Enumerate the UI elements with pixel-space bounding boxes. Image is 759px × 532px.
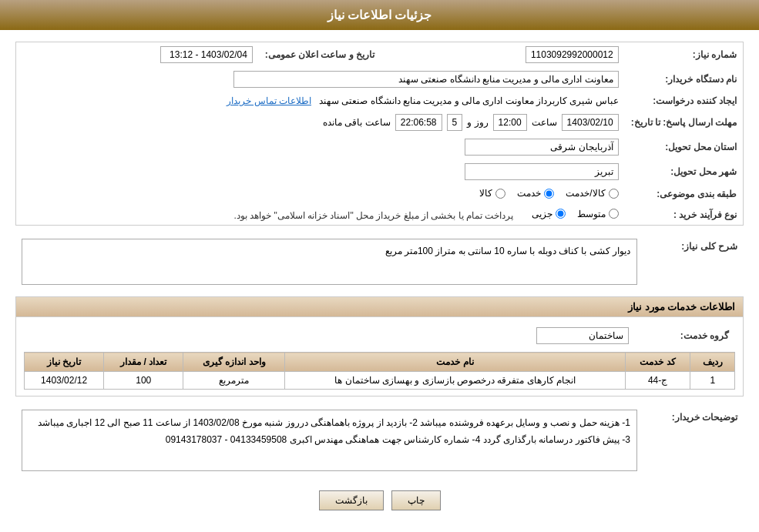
sharh-value-cell: دیوار کشی با کناف دوبله با ساره 10 سانتی…	[15, 235, 643, 289]
tozihat-table: توضیحات خریدار: 1- هزینه حمل و نصب و وسا…	[15, 406, 744, 475]
row-sharh: شرح کلی نیاز: دیوار کشی با کناف دوبله با…	[15, 235, 744, 289]
radio-motovaset[interactable]	[609, 209, 619, 219]
cell-vahed: مترمربع	[183, 372, 285, 390]
button-area: چاپ بازگشت	[15, 483, 744, 518]
content-area: شماره نیاز: 1103092992000012 تاریخ و ساع…	[0, 30, 759, 530]
ostan-value-cell: آذربایجان شرقی	[16, 135, 625, 159]
farayand-radio-group: متوسط جزیی	[532, 209, 619, 219]
shahr-value: تبریز	[465, 163, 619, 180]
sharh-label: شرح کلی نیاز:	[643, 235, 744, 289]
services-section: اطلاعات خدمات مورد نیاز گروه خدمت: ساختم…	[15, 296, 744, 396]
radio-kala-item: کالا	[479, 188, 505, 199]
th-name: نام خدمت	[285, 353, 625, 372]
row-tabaqe: طبقه بندی موضوعی: کالا/خدمت خدمت	[16, 184, 743, 205]
shahr-value-cell: تبریز	[16, 159, 625, 184]
saat-mande-value: 22:06:58	[395, 114, 442, 131]
ijad-label: ایجاد کننده درخواست:	[625, 92, 743, 110]
page-container: جزئیات اطلاعات نیاز شماره نیاز: 11030929…	[0, 0, 759, 532]
main-info-section: شماره نیاز: 1103092992000012 تاریخ و ساع…	[15, 42, 744, 226]
ijad-value: عباس شیری کاربرداز معاونت اداری مالی و م…	[319, 95, 619, 106]
table-header-row: ردیف کد خدمت نام خدمت واحد اندازه گیری ت…	[25, 353, 735, 372]
roz-label: روز و	[467, 117, 488, 128]
ijad-link[interactable]: اطلاعات تماس خریدار	[227, 95, 311, 106]
grooh-label: گروه خدمت:	[635, 323, 735, 348]
radio-kala-khadamat[interactable]	[609, 189, 619, 199]
th-kod: کد خدمت	[625, 353, 690, 372]
sharh-value: دیوار کشی با کناف دوبله با ساره 10 سانتی…	[22, 239, 637, 285]
shomara-label: شماره نیاز:	[625, 42, 743, 67]
services-inner: گروه خدمت: ساختمان ردیف کد خدمت نام خدمت…	[16, 317, 743, 396]
bazgasht-button[interactable]: بازگشت	[319, 490, 384, 510]
table-row: 1 ج-44 انجام کارهای متفرقه درخصوص بازساز…	[25, 372, 735, 390]
date-value: 1403/02/10	[562, 114, 619, 131]
shomara-value-cell: 1103092992000012	[381, 42, 625, 67]
radio-khadamat[interactable]	[544, 189, 554, 199]
row-ijad: ایجاد کننده درخواست: عباس شیری کاربرداز …	[16, 92, 743, 110]
nov-farayand-label: نوع فرآیند خرید :	[625, 205, 743, 226]
table-head: ردیف کد خدمت نام خدمت واحد اندازه گیری ت…	[25, 353, 735, 372]
row-nov-farayand: نوع فرآیند خرید : متوسط جزیی	[16, 205, 743, 226]
cell-tarikh: 1403/02/12	[25, 372, 104, 390]
radio-jozi-item: جزیی	[532, 209, 566, 219]
tarikh-label: تاریخ و ساعت اعلان عمومی:	[259, 42, 381, 67]
row-name-dastgah: نام دستگاه خریدار: معاونت اداری مالی و م…	[16, 67, 743, 92]
row-mohlat: مهلت ارسال پاسخ: تا تاریخ: 1403/02/10 سا…	[16, 110, 743, 135]
roz-value: 5	[447, 114, 463, 131]
radio-khadamat-label: خدمت	[517, 188, 541, 199]
cell-radif: 1	[690, 372, 735, 390]
th-tarikh: تاریخ نیاز	[25, 353, 104, 372]
services-header: اطلاعات خدمات مورد نیاز	[16, 297, 743, 317]
th-vahed: واحد اندازه گیری	[183, 353, 285, 372]
farayand-note: پرداخت تمام یا بخشی از مبلغ خریداز محل "…	[233, 210, 513, 221]
name-dastgah-value: معاونت اداری مالی و مدیریت منابع دانشگاه…	[233, 71, 619, 88]
row-shahr: شهر محل تحویل: تبریز	[16, 159, 743, 184]
tabaqe-radio-group: کالا/خدمت خدمت کالا	[479, 188, 618, 199]
saat-mande-label: ساعت باقی مانده	[323, 117, 391, 128]
cell-tedad: 100	[104, 372, 183, 390]
ijad-value-cell: عباس شیری کاربرداز معاونت اداری مالی و م…	[16, 92, 625, 110]
sharh-table: شرح کلی نیاز: دیوار کشی با کناف دوبله با…	[15, 235, 744, 289]
grooh-value-cell: ساختمان	[24, 323, 635, 348]
radio-motovaset-label: متوسط	[577, 209, 606, 219]
ostan-label: استان محل تحویل:	[625, 135, 743, 159]
tozihat-value-cell: 1- هزینه حمل و نصب و وسایل برعهده فروشند…	[15, 406, 643, 475]
saat-label: ساعت	[532, 117, 557, 128]
tozihat-label: توضیحات خریدار:	[643, 406, 744, 475]
radio-kala[interactable]	[495, 189, 505, 199]
services-data-table: ردیف کد خدمت نام خدمت واحد اندازه گیری ت…	[24, 352, 735, 390]
name-dastgah-label: نام دستگاه خریدار:	[625, 67, 743, 92]
ostan-value: آذربایجان شرقی	[465, 139, 619, 156]
radio-kala-label: کالا	[479, 188, 492, 199]
row-ostan: استان محل تحویل: آذربایجان شرقی	[16, 135, 743, 159]
mohlat-label: مهلت ارسال پاسخ: تا تاریخ:	[625, 110, 743, 135]
grooh-table: گروه خدمت: ساختمان	[24, 323, 735, 348]
info-table: شماره نیاز: 1103092992000012 تاریخ و ساع…	[16, 42, 743, 225]
nov-farayand-cell: متوسط جزیی پرداخت تمام یا بخشی از مبلغ خ…	[16, 205, 625, 226]
mohlat-row: 1403/02/10 ساعت 12:00 روز و 5 22:06:58 س…	[22, 114, 619, 131]
shomara-value: 1103092992000012	[526, 46, 619, 63]
tabaqe-radio-cell: کالا/خدمت خدمت کالا	[16, 184, 625, 205]
radio-jozi[interactable]	[556, 209, 566, 219]
row-shomara: شماره نیاز: 1103092992000012 تاریخ و ساع…	[16, 42, 743, 67]
chap-button[interactable]: چاپ	[391, 490, 441, 510]
page-header: جزئیات اطلاعات نیاز	[0, 0, 759, 30]
tozihat-value: 1- هزینه حمل و نصب و وسایل برعهده فروشند…	[22, 410, 637, 471]
th-tedad: تعداد / مقدار	[104, 353, 183, 372]
mohlat-value-cell: 1403/02/10 ساعت 12:00 روز و 5 22:06:58 س…	[16, 110, 625, 135]
name-dastgah-value-cell: معاونت اداری مالی و مدیریت منابع دانشگاه…	[16, 67, 625, 92]
radio-motovaset-item: متوسط	[577, 209, 619, 219]
radio-jozi-label: جزیی	[532, 209, 552, 219]
grooh-value: ساختمان	[536, 327, 629, 344]
time-value: 12:00	[493, 114, 527, 131]
row-grooh: گروه خدمت: ساختمان	[24, 323, 735, 348]
page-title: جزئیات اطلاعات نیاز	[327, 8, 432, 22]
shahr-label: شهر محل تحویل:	[625, 159, 743, 184]
table-body: 1 ج-44 انجام کارهای متفرقه درخصوص بازساز…	[25, 372, 735, 390]
tabaqe-label: طبقه بندی موضوعی:	[625, 184, 743, 205]
th-radif: ردیف	[690, 353, 735, 372]
row-tozihat: توضیحات خریدار: 1- هزینه حمل و نصب و وسا…	[15, 406, 744, 475]
cell-kod: ج-44	[625, 372, 690, 390]
tarikh-ilan-value: 1403/02/04 - 13:12	[160, 46, 253, 63]
radio-kala-khadamat-label: کالا/خدمت	[566, 188, 605, 199]
tarikh-value-cell: 1403/02/04 - 13:12	[16, 42, 259, 67]
